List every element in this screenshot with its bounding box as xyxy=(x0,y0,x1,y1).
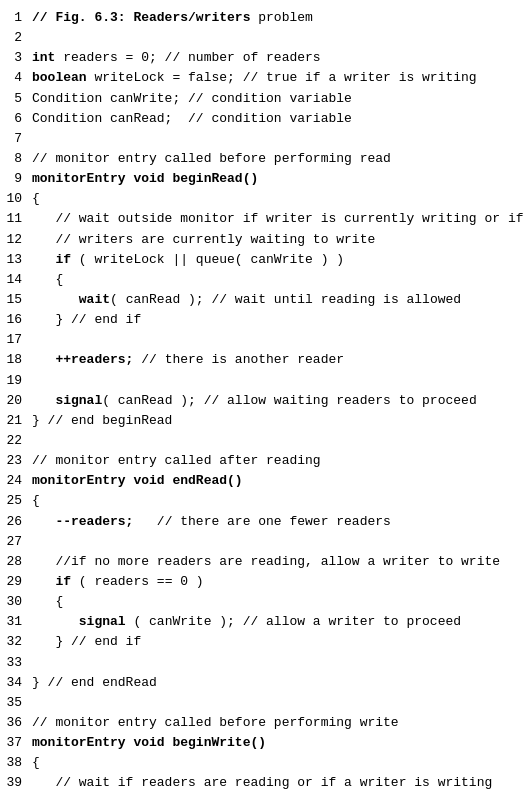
line-number: 3 xyxy=(0,48,28,68)
code-line: 29 if ( readers == 0 ) xyxy=(0,572,531,592)
code-line: 7 xyxy=(0,129,531,149)
code-line: 36// monitor entry called before perform… xyxy=(0,713,531,733)
line-content: //if no more readers are reading, allow … xyxy=(28,552,531,572)
line-content: int readers = 0; // number of readers xyxy=(28,48,531,68)
code-line: 2 xyxy=(0,28,531,48)
code-line: 28 //if no more readers are reading, all… xyxy=(0,552,531,572)
line-number: 20 xyxy=(0,391,28,411)
code-line: 4boolean writeLock = false; // true if a… xyxy=(0,68,531,88)
code-line: 35 xyxy=(0,693,531,713)
line-number: 14 xyxy=(0,270,28,290)
line-number: 26 xyxy=(0,512,28,532)
line-number: 9 xyxy=(0,169,28,189)
line-number: 2 xyxy=(0,28,28,48)
line-number: 17 xyxy=(0,330,28,350)
code-line: 14 { xyxy=(0,270,531,290)
line-content: if ( readers == 0 ) xyxy=(28,572,531,592)
line-content: // Fig. 6.3: Readers/writers problem xyxy=(28,8,531,28)
line-content: } // end beginRead xyxy=(28,411,531,431)
line-number: 32 xyxy=(0,632,28,652)
line-number: 7 xyxy=(0,129,28,149)
code-line: 6Condition canRead; // condition variabl… xyxy=(0,109,531,129)
line-number: 23 xyxy=(0,451,28,471)
line-number: 19 xyxy=(0,371,28,391)
line-content xyxy=(28,431,531,451)
code-line: 31 signal ( canWrite ); // allow a write… xyxy=(0,612,531,632)
line-content: { xyxy=(28,189,531,209)
code-line: 25{ xyxy=(0,491,531,511)
line-number: 35 xyxy=(0,693,28,713)
code-line: 12 // writers are currently waiting to w… xyxy=(0,230,531,250)
line-number: 1 xyxy=(0,8,28,28)
line-content: // monitor entry called after reading xyxy=(28,451,531,471)
line-number: 6 xyxy=(0,109,28,129)
line-number: 4 xyxy=(0,68,28,88)
line-content: boolean writeLock = false; // true if a … xyxy=(28,68,531,88)
line-content: // writers are currently waiting to writ… xyxy=(28,230,531,250)
line-number: 11 xyxy=(0,209,28,229)
line-content: Condition canRead; // condition variable xyxy=(28,109,531,129)
line-number: 12 xyxy=(0,230,28,250)
line-content xyxy=(28,330,531,350)
line-number: 10 xyxy=(0,189,28,209)
code-line: 8// monitor entry called before performi… xyxy=(0,149,531,169)
code-line: 17 xyxy=(0,330,531,350)
line-content: monitorEntry void beginWrite() xyxy=(28,733,531,753)
line-content: signal( canRead ); // allow waiting read… xyxy=(28,391,531,411)
line-number: 33 xyxy=(0,653,28,673)
line-content: if ( writeLock || queue( canWrite ) ) xyxy=(28,250,531,270)
line-number: 37 xyxy=(0,733,28,753)
code-line: 24monitorEntry void endRead() xyxy=(0,471,531,491)
code-line: 19 xyxy=(0,371,531,391)
line-number: 27 xyxy=(0,532,28,552)
line-number: 18 xyxy=(0,350,28,370)
line-number: 39 xyxy=(0,773,28,793)
code-line: 21} // end beginRead xyxy=(0,411,531,431)
code-line: 20 signal( canRead ); // allow waiting r… xyxy=(0,391,531,411)
code-line: 34} // end endRead xyxy=(0,673,531,693)
line-number: 5 xyxy=(0,89,28,109)
code-line: 30 { xyxy=(0,592,531,612)
line-content: signal ( canWrite ); // allow a writer t… xyxy=(28,612,531,632)
line-content: --readers; // there are one fewer reader… xyxy=(28,512,531,532)
line-number: 22 xyxy=(0,431,28,451)
line-number: 15 xyxy=(0,290,28,310)
line-content: { xyxy=(28,491,531,511)
line-content: { xyxy=(28,592,531,612)
line-content: } // end endRead xyxy=(28,673,531,693)
code-block: 1// Fig. 6.3: Readers/writers problem23i… xyxy=(0,8,531,793)
line-number: 8 xyxy=(0,149,28,169)
line-content: // monitor entry called before performin… xyxy=(28,149,531,169)
line-number: 24 xyxy=(0,471,28,491)
code-line: 33 xyxy=(0,653,531,673)
code-line: 22 xyxy=(0,431,531,451)
code-line: 37monitorEntry void beginWrite() xyxy=(0,733,531,753)
line-number: 38 xyxy=(0,753,28,773)
line-content xyxy=(28,371,531,391)
line-content xyxy=(28,693,531,713)
code-line: 38{ xyxy=(0,753,531,773)
code-line: 16 } // end if xyxy=(0,310,531,330)
line-content: { xyxy=(28,753,531,773)
code-line: 27 xyxy=(0,532,531,552)
code-line: 9monitorEntry void beginRead() xyxy=(0,169,531,189)
code-line: 15 wait( canRead ); // wait until readin… xyxy=(0,290,531,310)
line-number: 16 xyxy=(0,310,28,330)
line-number: 25 xyxy=(0,491,28,511)
line-content: ++readers; // there is another reader xyxy=(28,350,531,370)
line-number: 21 xyxy=(0,411,28,431)
line-content xyxy=(28,653,531,673)
line-number: 34 xyxy=(0,673,28,693)
line-number: 36 xyxy=(0,713,28,733)
line-content: monitorEntry void beginRead() xyxy=(28,169,531,189)
line-content: wait( canRead ); // wait until reading i… xyxy=(28,290,531,310)
line-number: 28 xyxy=(0,552,28,572)
code-line: 26 --readers; // there are one fewer rea… xyxy=(0,512,531,532)
line-content: } // end if xyxy=(28,310,531,330)
code-line: 1// Fig. 6.3: Readers/writers problem xyxy=(0,8,531,28)
line-content: { xyxy=(28,270,531,290)
line-content: } // end if xyxy=(28,632,531,652)
code-line: 13 if ( writeLock || queue( canWrite ) ) xyxy=(0,250,531,270)
line-content: // wait if readers are reading or if a w… xyxy=(28,773,531,793)
code-line: 5Condition canWrite; // condition variab… xyxy=(0,89,531,109)
